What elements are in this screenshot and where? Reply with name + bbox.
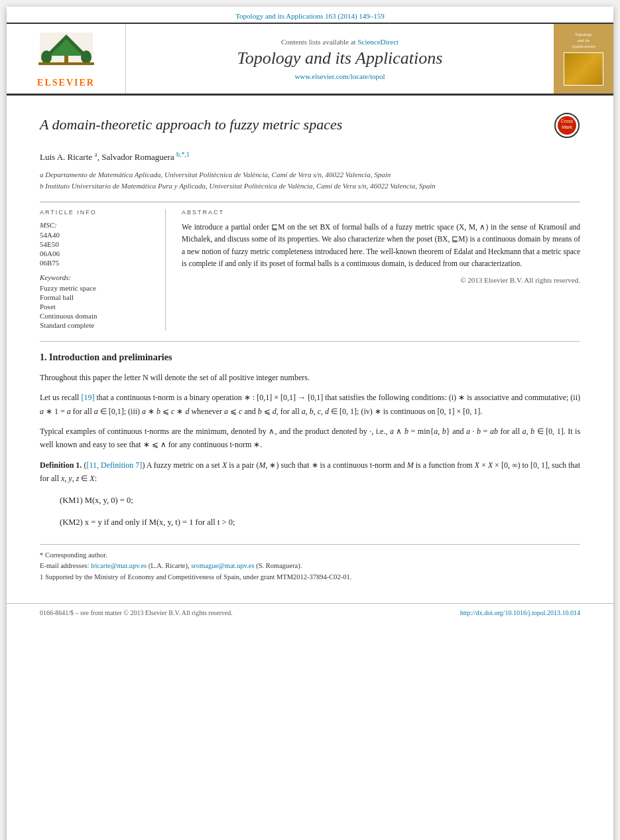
article-info: ARTICLE INFO MSC: 54A40 54E50 06A06 06B7… [40, 209, 166, 330]
issn-line: 0166-8641/$ – see front matter © 2013 El… [40, 609, 233, 616]
msc-code-4: 06B75 [40, 259, 155, 267]
footnote-1: 1 Supported by the Ministry of Economy a… [40, 572, 580, 583]
keyword-1: Fuzzy metric space [40, 284, 155, 292]
abstract-label: ABSTRACT [182, 209, 580, 216]
abstract-col: ABSTRACT We introduce a partial order ⊑M… [182, 209, 580, 330]
elsevier-logo-area: ELSEVIER [7, 24, 126, 94]
keyword-2: Formal ball [40, 293, 155, 301]
email-2-link[interactable]: sromague@mat.upv.es [191, 562, 254, 569]
msc-code-3: 06A06 [40, 249, 155, 257]
svg-text:Cross: Cross [561, 119, 574, 123]
doi-link[interactable]: http://dx.doi.org/10.1016/j.topol.2013.1… [460, 609, 580, 616]
corresponding-author-note: * Corresponding author. [40, 550, 580, 561]
svg-point-4 [41, 50, 52, 64]
page: Topology and its Applications 163 (2014)… [7, 7, 613, 840]
msc-code-2: 54E50 [40, 240, 155, 248]
ref-19[interactable]: [19] [81, 393, 94, 402]
divider-1 [40, 202, 580, 202]
svg-point-5 [81, 50, 92, 64]
two-col-section: ARTICLE INFO MSC: 54A40 54E50 06A06 06B7… [40, 209, 580, 330]
definition-ref[interactable]: [11, Definition 7] [86, 460, 142, 470]
section1-para2: Let us recall [19] that a continuous t-n… [40, 391, 580, 418]
definition-1-block: Definition 1. ([11, Definition 7]) A fuz… [40, 458, 580, 486]
journal-main-title: Topology and its Applications [237, 48, 443, 68]
msc-code-1: 54A40 [40, 231, 155, 239]
section1-para1: Throughout this paper the letter N will … [40, 371, 580, 384]
paper-content: A domain-theoretic approach to fuzzy met… [7, 96, 613, 603]
definition-label: Definition 1. [40, 460, 82, 470]
journal-title-area: Contents lists available at ScienceDirec… [126, 24, 554, 94]
affiliation-b: b Instituto Universitario de Matemática … [40, 180, 580, 192]
keyword-3: Poset [40, 303, 155, 311]
keyword-5: Standard complete [40, 321, 155, 329]
formula-km2: (KM2) x = y if and only if M(x, y, t) = … [60, 514, 580, 531]
sciencedirect-link[interactable]: ScienceDirect [357, 38, 399, 46]
affiliation-a: a Departamento de Matemática Aplicada, U… [40, 169, 580, 181]
journal-header: Topology and its Applications 163 (2014)… [7, 7, 613, 24]
elsevier-logo-icon [33, 29, 99, 72]
elsevier-bar: ELSEVIER Contents lists available at Sci… [7, 24, 613, 96]
contents-available: Contents lists available at ScienceDirec… [281, 38, 399, 46]
email-addresses: E-mail addresses: lricarte@mat.upv.es (L… [40, 561, 580, 572]
msc-label: MSC: [40, 221, 155, 229]
paper-title: A domain-theoretic approach to fuzzy met… [40, 115, 554, 135]
email-1-link[interactable]: lricarte@mat.upv.es [91, 562, 147, 569]
affiliations: a Departamento de Matemática Aplicada, U… [40, 169, 580, 192]
section1-para3: Typical examples of continuous t-norms a… [40, 425, 580, 452]
divider-2 [40, 341, 580, 342]
journal-citation: Topology and its Applications 163 (2014)… [235, 12, 385, 20]
affil-marker-a: a [94, 150, 97, 157]
abstract-text: We introduce a partial order ⊑M on the s… [182, 221, 580, 270]
journal-cover-thumbnail: Topologyand itsApplications [554, 24, 613, 94]
keywords-label: Keywords: [40, 273, 155, 281]
keyword-4: Continuous domain [40, 312, 155, 320]
bottom-bar: 0166-8641/$ – see front matter © 2013 El… [7, 603, 613, 622]
footnote-area: * Corresponding author. E-mail addresses… [40, 544, 580, 583]
cover-decoration [564, 52, 603, 86]
svg-rect-6 [38, 62, 94, 65]
cover-journal-title: Topologyand itsApplications [572, 32, 595, 50]
elsevier-brand: ELSEVIER [37, 78, 95, 88]
email-1-name: (L.A. Ricarte), [149, 562, 190, 569]
email-2-name: (S. Romaguera). [256, 562, 302, 569]
copyright: © 2013 Elsevier B.V. All rights reserved… [182, 276, 580, 284]
section1-heading: 1. Introduction and preliminaries [40, 352, 580, 363]
crossmark-badge[interactable]: Cross Mark [554, 112, 580, 139]
journal-url[interactable]: www.elsevier.com/locate/topol [294, 72, 385, 80]
svg-text:Mark: Mark [562, 125, 572, 129]
affil-marker-b: b,*,1 [176, 150, 190, 157]
formula-km1: (KM1) M(x, y, 0) = 0; [60, 492, 580, 509]
article-info-label: ARTICLE INFO [40, 209, 155, 216]
svg-rect-1 [64, 54, 68, 64]
authors-line: Luis A. Ricarte a, Salvador Romaguera b,… [40, 152, 580, 163]
